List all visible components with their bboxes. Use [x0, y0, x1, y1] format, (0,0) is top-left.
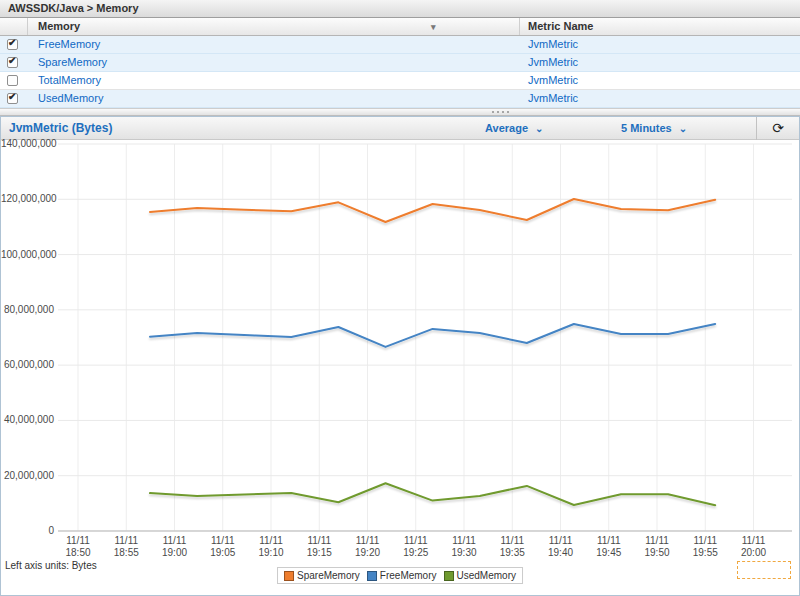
column-header-metric-name[interactable]: Metric Name [520, 18, 800, 35]
legend-label: UsedMemory [457, 570, 516, 581]
y-axis-tick-label: 20,000,000 [1, 470, 54, 481]
axis-units-note: Left axis units: Bytes [5, 560, 97, 571]
metric-dimension-link[interactable]: SpareMemory [38, 56, 107, 68]
column-header-metric-name-label: Metric Name [528, 20, 593, 32]
check-icon: ✔ [8, 56, 16, 66]
metric-checkbox[interactable]: ✔ [7, 39, 18, 50]
x-axis-tick-label: 11/1118:50 [56, 535, 100, 559]
metric-name-cell: JvmMetric [520, 54, 800, 71]
chart-header: JvmMetric (Bytes) Average⌄ 5 Minutes⌄ ⟳ [1, 117, 799, 140]
memory-cell: SpareMemory [28, 54, 520, 71]
legend-label: SpareMemory [297, 570, 360, 581]
series-line-FreeMemory [150, 324, 715, 347]
x-axis-tick-label: 11/1119:50 [635, 535, 679, 559]
table-row[interactable]: ✔UsedMemoryJvmMetric [0, 90, 800, 108]
breadcrumb-text: AWSSDK/Java > Memory [8, 2, 139, 14]
x-axis-tick-label: 11/1119:05 [201, 535, 245, 559]
table-row[interactable]: ✔SpareMemoryJvmMetric [0, 54, 800, 72]
metric-name-link[interactable]: JvmMetric [528, 74, 578, 86]
memory-cell: UsedMemory [28, 90, 520, 107]
x-axis-tick-label: 11/1119:10 [249, 535, 293, 559]
metric-name-cell: JvmMetric [520, 36, 800, 53]
y-axis-tick-label: 100,000,000 [1, 249, 54, 260]
checkbox-cell: ✔ [0, 36, 28, 53]
legend-swatch [284, 571, 294, 581]
table-row[interactable]: ✔FreeMemoryJvmMetric [0, 36, 800, 54]
x-axis-tick-label: 11/1119:40 [539, 535, 583, 559]
chart-title: JvmMetric (Bytes) [1, 121, 112, 135]
checkbox-cell [0, 72, 28, 89]
x-axis-tick-label: 11/1119:45 [587, 535, 631, 559]
legend-item: FreeMemory [367, 570, 437, 581]
cloudwatch-metrics-window: AWSSDK/Java > Memory Memory ▾ Metric Nam… [0, 0, 800, 596]
metric-dimension-link[interactable]: FreeMemory [38, 38, 100, 50]
metric-name-cell: JvmMetric [520, 90, 800, 107]
memory-cell: TotalMemory [28, 72, 520, 89]
statistic-dropdown[interactable]: Average⌄ [485, 117, 543, 140]
gridlines [58, 144, 792, 531]
breadcrumb: AWSSDK/Java > Memory [0, 0, 800, 18]
metric-name-link[interactable]: JvmMetric [528, 38, 578, 50]
chevron-down-icon: ⌄ [679, 123, 687, 134]
resize-highlight-box [737, 561, 791, 579]
checkbox-cell: ✔ [0, 54, 28, 71]
metric-name-link[interactable]: JvmMetric [528, 92, 578, 104]
x-axis-tick-label: 11/1119:15 [297, 535, 341, 559]
y-axis-tick-label: 60,000,000 [1, 359, 54, 370]
x-axis-tick-label: 11/1119:35 [490, 535, 534, 559]
refresh-button[interactable]: ⟳ [764, 117, 792, 140]
x-axis-tick-label: 11/1119:00 [153, 535, 197, 559]
check-icon: ✔ [8, 38, 16, 48]
table-row[interactable]: TotalMemoryJvmMetric [0, 72, 800, 90]
legend-swatch [444, 571, 454, 581]
metric-checkbox[interactable]: ✔ [7, 57, 18, 68]
chart-footer: Left axis units: Bytes SpareMemoryFreeMe… [1, 560, 799, 593]
sort-desc-icon[interactable]: ▾ [431, 19, 436, 36]
y-axis-tick-label: 120,000,000 [1, 193, 54, 204]
check-icon: ✔ [8, 92, 16, 102]
y-axis-tick-label: 140,000,000 [1, 138, 54, 149]
chart-panel: JvmMetric (Bytes) Average⌄ 5 Minutes⌄ ⟳ … [0, 116, 800, 596]
x-axis-tick-label: 11/1118:55 [104, 535, 148, 559]
metric-dimension-link[interactable]: TotalMemory [38, 74, 101, 86]
metric-dimension-link[interactable]: UsedMemory [38, 92, 103, 104]
y-axis-tick-label: 80,000,000 [1, 304, 54, 315]
legend-label: FreeMemory [380, 570, 437, 581]
chart-legend: SpareMemoryFreeMemoryUsedMemory [277, 567, 523, 584]
x-axis-tick-label: 11/1120:00 [732, 535, 776, 559]
memory-cell: FreeMemory [28, 36, 520, 53]
table-chart-splitter[interactable] [0, 108, 800, 116]
legend-swatch [367, 571, 377, 581]
chevron-down-icon: ⌄ [535, 123, 543, 134]
metric-checkbox[interactable]: ✔ [7, 93, 18, 104]
metrics-line-chart [1, 140, 799, 560]
column-header-memory[interactable]: Memory ▾ [28, 18, 520, 35]
table-header: Memory ▾ Metric Name [0, 18, 800, 36]
chart-plot-area: 020,000,00040,000,00060,000,00080,000,00… [1, 140, 799, 560]
metric-name-link[interactable]: JvmMetric [528, 56, 578, 68]
checkbox-column-header [0, 18, 28, 35]
series-line-UsedMemory [150, 483, 715, 505]
metric-table-body: ✔FreeMemoryJvmMetric✔SpareMemoryJvmMetri… [0, 36, 800, 108]
x-axis-tick-label: 11/1119:55 [683, 535, 727, 559]
metric-checkbox[interactable] [7, 75, 18, 86]
header-divider [756, 117, 757, 140]
y-axis-tick-label: 40,000,000 [1, 414, 54, 425]
y-axis-tick-label: 0 [1, 525, 54, 536]
splitter-grip-icon [492, 111, 509, 113]
legend-item: UsedMemory [444, 570, 516, 581]
statistic-dropdown-value: Average [485, 122, 528, 134]
series-line-SpareMemory [150, 199, 715, 222]
period-dropdown[interactable]: 5 Minutes⌄ [621, 117, 687, 140]
x-axis-tick-label: 11/1119:20 [346, 535, 390, 559]
period-dropdown-value: 5 Minutes [621, 122, 672, 134]
x-axis-tick-label: 11/1119:25 [394, 535, 438, 559]
checkbox-cell: ✔ [0, 90, 28, 107]
x-axis-tick-label: 11/1119:30 [442, 535, 486, 559]
column-header-memory-label: Memory [38, 20, 80, 32]
legend-item: SpareMemory [284, 570, 360, 581]
metric-name-cell: JvmMetric [520, 72, 800, 89]
